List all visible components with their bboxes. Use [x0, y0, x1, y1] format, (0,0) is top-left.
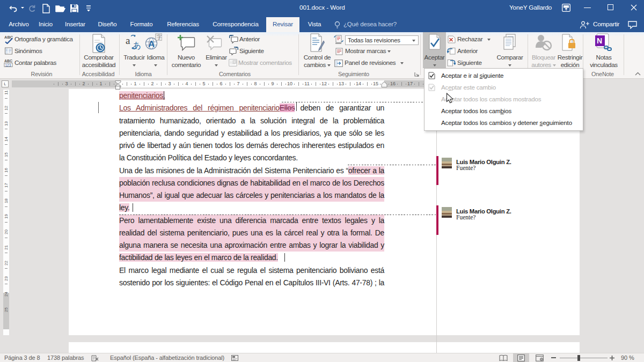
svg-text:A: A [148, 39, 155, 49]
svg-text:ABC: ABC [4, 59, 12, 63]
svg-text:字: 字 [157, 34, 162, 40]
svg-text:あ: あ [133, 41, 141, 50]
svg-text:123: 123 [5, 63, 11, 67]
svg-text:a: a [126, 35, 130, 46]
svg-text:N: N [597, 36, 602, 45]
